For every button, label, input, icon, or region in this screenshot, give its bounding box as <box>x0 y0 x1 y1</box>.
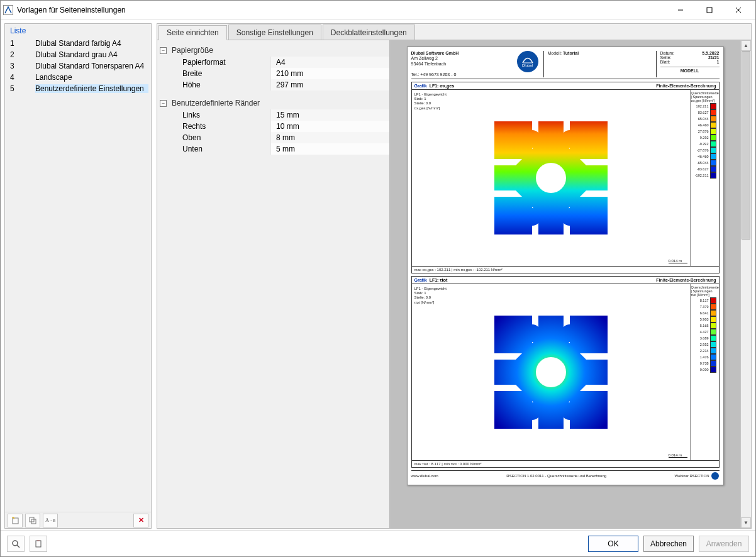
svg-rect-9 <box>488 309 614 435</box>
legend-row: 7.379 <box>691 304 718 310</box>
legend-row: -65.044 <box>691 160 718 166</box>
legend-row: -46.460 <box>691 153 718 160</box>
property-key: Links <box>157 109 270 121</box>
svg-point-10 <box>13 541 18 546</box>
svg-line-11 <box>17 545 19 548</box>
legend-row: -83.627 <box>691 166 718 172</box>
property-value[interactable]: 10 mm <box>270 121 389 132</box>
tabs: Seite einrichtenSonstige EinstellungenDe… <box>157 24 751 40</box>
delete-template-button[interactable]: ✕ <box>133 514 148 527</box>
list-item-num: 1 <box>8 39 35 48</box>
property-key: Höhe <box>157 79 270 91</box>
property-row[interactable]: Rechts10 mm <box>157 121 389 132</box>
list-item-name: Benutzerdefinierte Einstellungen <box>35 84 148 93</box>
preview-scroll[interactable]: Dlubal Software GmbH Am Zellweg 2 93464 … <box>390 40 740 528</box>
tab[interactable]: Seite einrichten <box>158 25 227 40</box>
page-footer: www.dlubal.com RSECTION 1.02.0011 - Quer… <box>411 470 720 481</box>
property-row[interactable]: Höhe297 mm <box>157 79 389 91</box>
group-header[interactable]: −Benutzerdefinierte Ränder <box>157 97 389 109</box>
legend-row: 0.738 <box>691 360 718 367</box>
list-item[interactable]: 2Dlubal Standard grau A4 <box>5 49 151 60</box>
legend-row: 8.117 <box>691 297 718 304</box>
svg-rect-8 <box>488 115 614 241</box>
block2-info: LF1 - Eigengewicht Stab: 1 Stelle: 0.0 τ… <box>414 287 447 305</box>
stress-plot-1 <box>488 115 614 241</box>
bottom-bar: OK Abbrechen Anwenden <box>1 530 755 556</box>
new-template-button[interactable] <box>8 514 23 527</box>
list-item[interactable]: 1Dlubal Standard farbig A4 <box>5 38 151 49</box>
property-row[interactable]: Breite210 mm <box>157 68 389 79</box>
page-preview: Dlubal Software GmbH Am Zellweg 2 93464 … <box>407 47 724 485</box>
clipboard-button[interactable] <box>30 536 47 552</box>
list-item[interactable]: 5Benutzerdefinierte Einstellungen <box>5 83 151 94</box>
dlubal-logo-icon: Dlubal <box>517 51 538 72</box>
template-list[interactable]: 1Dlubal Standard farbig A42Dlubal Standa… <box>5 38 151 512</box>
settings-panel: Seite einrichtenSonstige EinstellungenDe… <box>157 23 752 529</box>
tab[interactable]: Deckblatteinstellungen <box>323 25 415 40</box>
property-row[interactable]: Oben8 mm <box>157 132 389 143</box>
property-value[interactable]: 297 mm <box>270 79 389 91</box>
scrollbar-thumb[interactable] <box>742 51 750 240</box>
rename-template-button[interactable]: A→B <box>43 514 58 527</box>
legend-2: Querschnittswerte | Spannungen τtot [N/m… <box>690 284 719 460</box>
list-item-num: 5 <box>8 84 35 93</box>
list-item-name: Landscape <box>35 73 148 82</box>
addr1: Am Zellweg 2 <box>411 56 438 60</box>
list-header: Liste <box>5 24 151 38</box>
legend-row: 1.476 <box>691 354 718 360</box>
search-button[interactable] <box>7 536 25 552</box>
property-value[interactable]: 210 mm <box>270 68 389 79</box>
legend-row: 65.044 <box>691 116 718 122</box>
legend-row: 0.000 <box>691 367 718 373</box>
window-title: Vorlagen für Seiteneinstellungen <box>17 6 666 14</box>
list-item[interactable]: 3Dlubal Standard Tonersparen A4 <box>5 60 151 72</box>
preview-block-1: Grafik LF1: σx,ges Finite-Elemente-Berec… <box>411 82 720 273</box>
preview-block-2: Grafik LF1: τtot Finite-Elemente-Berechn… <box>411 276 720 468</box>
svg-rect-13 <box>37 540 40 541</box>
group-title: Benutzerdefinierte Ränder <box>172 99 260 108</box>
property-value[interactable]: 8 mm <box>270 132 389 143</box>
legend-row: -27.876 <box>691 147 718 153</box>
collapse-icon[interactable]: − <box>160 100 167 107</box>
legend-row: 102.211 <box>691 103 718 109</box>
list-toolbar: A→B ✕ <box>5 512 151 528</box>
modell-label: Modell: <box>548 51 562 55</box>
property-key: Papierformat <box>157 57 270 68</box>
modell-big: MODELL <box>660 67 720 73</box>
duplicate-template-button[interactable] <box>25 514 40 527</box>
scroll-down-button[interactable]: ▼ <box>741 517 751 528</box>
legend-row: 2.214 <box>691 348 718 354</box>
property-row[interactable]: Unten5 mm <box>157 143 389 155</box>
legend-row: 27.876 <box>691 128 718 135</box>
cancel-button[interactable]: Abbrechen <box>643 536 694 552</box>
close-button[interactable] <box>724 1 753 19</box>
ok-button[interactable]: OK <box>588 536 638 552</box>
template-list-panel: Liste 1Dlubal Standard farbig A42Dlubal … <box>4 23 152 529</box>
minimize-button[interactable] <box>666 1 695 19</box>
property-row[interactable]: PapierformatA4 <box>157 57 389 68</box>
list-item-num: 3 <box>8 62 35 70</box>
property-row[interactable]: Links15 mm <box>157 109 389 121</box>
svg-rect-1 <box>707 8 712 13</box>
property-value[interactable]: 15 mm <box>270 109 389 121</box>
property-grid: −PapiergrößePapierformatA4Breite210 mmHö… <box>157 40 390 528</box>
list-item-name: Dlubal Standard Tonersparen A4 <box>35 62 148 70</box>
property-value[interactable]: 5 mm <box>270 143 389 155</box>
group-header[interactable]: −Papiergröße <box>157 44 389 57</box>
apply-button: Anwenden <box>699 536 749 552</box>
company-name: Dlubal Software GmbH <box>411 51 459 55</box>
maximize-button[interactable] <box>695 1 724 19</box>
legend-row: 5.165 <box>691 323 718 329</box>
tab[interactable]: Sonstige Einstellungen <box>228 25 321 40</box>
property-value[interactable]: A4 <box>270 57 389 68</box>
preview-scrollbar[interactable]: ▲ ▼ <box>740 40 751 528</box>
property-key: Breite <box>157 68 270 79</box>
property-key: Oben <box>157 132 270 143</box>
scroll-up-button[interactable]: ▲ <box>741 40 751 51</box>
legend-row: 2.952 <box>691 341 718 348</box>
legend-row: 5.903 <box>691 316 718 323</box>
list-item[interactable]: 4Landscape <box>5 72 151 83</box>
legend-row: 9.292 <box>691 135 718 141</box>
collapse-icon[interactable]: − <box>160 47 167 54</box>
legend-row: 4.427 <box>691 329 718 335</box>
